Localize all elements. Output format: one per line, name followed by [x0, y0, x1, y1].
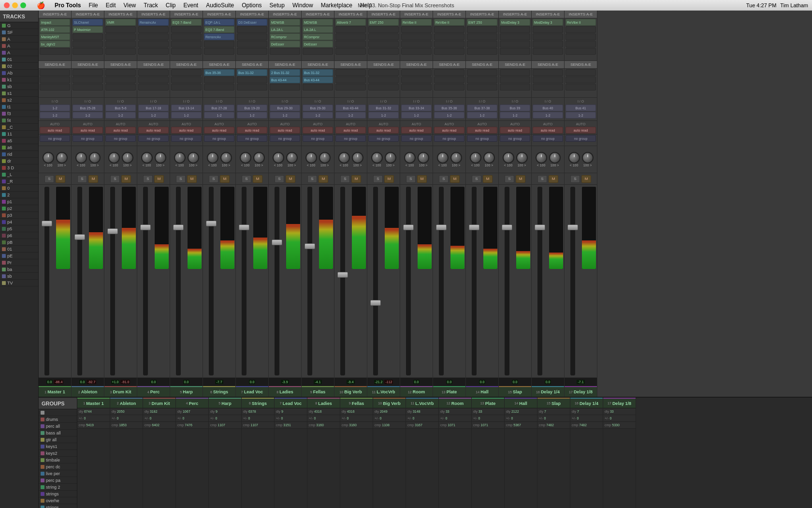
auto-slot[interactable]: auto read — [204, 127, 234, 134]
track-item[interactable]: TV — [0, 280, 38, 286]
solo-button[interactable]: S — [209, 175, 218, 183]
fader-track[interactable] — [171, 187, 186, 375]
auto-slot[interactable]: auto read — [434, 127, 464, 134]
send-channel-name[interactable]: 17 Delay 1/8 — [603, 398, 636, 408]
channel-name-bar[interactable]: 13Plate — [433, 386, 465, 397]
insert-slot[interactable] — [500, 33, 530, 40]
fader-handle[interactable] — [469, 224, 479, 230]
inserts-header[interactable]: INSERTS A-E — [203, 11, 235, 18]
insert-slot[interactable]: SLChanel — [72, 19, 103, 26]
auto-slot[interactable]: auto read — [40, 127, 70, 134]
sends-header[interactable]: SENDS A-E — [565, 61, 597, 69]
channel-name-bar[interactable]: 2Ableton — [72, 386, 104, 397]
menu-options[interactable]: Options — [242, 2, 261, 9]
insert-slot[interactable] — [368, 33, 399, 40]
pan-knob-right[interactable] — [319, 152, 331, 164]
insert-slot[interactable]: RensncAx — [204, 33, 234, 40]
insert-slot[interactable] — [138, 33, 169, 40]
send-channel-name[interactable]: 9 Fellas — [340, 398, 373, 408]
track-item[interactable]: dr — [0, 158, 38, 164]
pan-knob-left[interactable] — [75, 152, 87, 164]
insert-slot[interactable] — [434, 26, 464, 33]
mute-button[interactable]: M — [516, 175, 525, 183]
inserts-header[interactable]: INSERTS A-E — [532, 11, 564, 18]
group-item[interactable] — [39, 409, 77, 416]
group-item[interactable]: perc pa — [39, 477, 77, 484]
send-slot[interactable] — [368, 69, 399, 76]
solo-button[interactable]: S — [143, 175, 153, 183]
insert-slot[interactable] — [40, 48, 70, 55]
io-input-slot[interactable]: 1-2 — [171, 112, 202, 119]
insert-slot[interactable]: ATR-102 — [40, 26, 70, 33]
sends-header[interactable]: SENDS A-E — [367, 61, 400, 69]
io-input-slot[interactable]: 1-2 — [303, 112, 333, 119]
auto-slot[interactable]: auto read — [237, 127, 267, 134]
sends-header[interactable]: SENDS A-E — [137, 61, 170, 69]
insert-slot[interactable] — [105, 48, 136, 55]
channel-name-bar[interactable]: 1Master 1 — [39, 386, 71, 397]
send-channel-name[interactable]: 10 Big Verb — [373, 398, 406, 408]
track-item[interactable]: s1 — [0, 90, 38, 97]
solo-button[interactable]: S — [307, 175, 317, 183]
insert-slot[interactable] — [368, 48, 399, 55]
group-slot[interactable]: no group — [138, 135, 169, 142]
insert-slot[interactable] — [171, 48, 202, 55]
group-slot[interactable]: no group — [303, 135, 333, 142]
fader-handle[interactable] — [272, 239, 282, 245]
send-channel-name[interactable]: 13 Plate — [472, 398, 504, 408]
send-slot[interactable]: Bus 31-32 — [303, 69, 333, 76]
group-item[interactable]: overhe — [39, 497, 77, 504]
group-slot[interactable]: no group — [72, 135, 103, 142]
insert-slot[interactable]: LA-2A L — [270, 26, 300, 33]
insert-slot[interactable] — [270, 48, 300, 55]
track-item[interactable]: a6 — [0, 144, 38, 151]
track-item[interactable]: pB — [0, 239, 38, 246]
inserts-header[interactable]: INSERTS A-E — [367, 11, 400, 18]
track-item[interactable]: f3 — [0, 110, 38, 117]
insert-slot[interactable] — [434, 33, 464, 40]
insert-slot[interactable] — [138, 48, 169, 55]
track-item[interactable]: p3 — [0, 212, 38, 219]
insert-slot[interactable] — [237, 33, 267, 40]
insert-slot[interactable] — [335, 48, 366, 55]
send-slot[interactable] — [335, 84, 366, 90]
app-name[interactable]: Pro Tools — [55, 2, 81, 9]
insert-slot[interactable] — [237, 41, 267, 47]
mute-button[interactable]: M — [351, 175, 361, 183]
io-bus-slot[interactable]: Bus 37-38 — [467, 105, 497, 111]
send-channel-name[interactable]: 3 Drum Kit — [143, 398, 175, 408]
insert-slot[interactable] — [105, 41, 136, 47]
group-slot[interactable]: no group — [368, 135, 399, 142]
mute-button[interactable]: M — [319, 175, 328, 183]
mute-button[interactable]: M — [286, 175, 295, 183]
insert-slot[interactable] — [237, 48, 267, 55]
send-slot[interactable] — [401, 76, 432, 83]
sends-header[interactable]: SENDS A-E — [499, 61, 531, 69]
send-slot[interactable] — [105, 76, 136, 83]
menu-setup[interactable]: Setup — [270, 2, 285, 9]
inserts-header[interactable]: INSERTS A-E — [466, 11, 498, 18]
menu-track[interactable]: Track — [144, 2, 158, 9]
io-bus-slot[interactable]: Bus 31-32 — [368, 105, 399, 111]
mute-button[interactable]: M — [253, 175, 262, 183]
track-item[interactable]: p6 — [0, 232, 38, 239]
fader-track[interactable] — [237, 187, 251, 375]
channel-name-bar[interactable]: 7Lead Voc — [236, 386, 268, 397]
apple-menu[interactable]: 🍎 — [37, 1, 45, 9]
channel-name-bar[interactable]: 8Ladies — [269, 386, 301, 397]
group-item[interactable]: perc dc — [39, 463, 77, 470]
fader-handle[interactable] — [502, 224, 512, 230]
send-slot[interactable] — [566, 69, 596, 76]
inserts-header[interactable]: INSERTS A-E — [170, 11, 203, 18]
auto-slot[interactable]: auto read — [368, 127, 399, 134]
io-bus-slot[interactable]: Bus 27-28 — [204, 105, 234, 111]
send-slot[interactable] — [72, 69, 103, 76]
fader-track[interactable] — [204, 187, 218, 375]
insert-slot[interactable]: EMT 250 — [368, 19, 399, 26]
group-item[interactable]: drums — [39, 416, 77, 423]
track-item[interactable]: G — [0, 22, 38, 29]
io-bus-slot[interactable]: Bus 29-30 — [270, 105, 300, 111]
insert-slot[interactable]: ManleyMST — [40, 33, 70, 40]
io-bus-slot[interactable]: Bus 13-14 — [171, 105, 202, 111]
group-slot[interactable]: no group — [533, 135, 563, 142]
